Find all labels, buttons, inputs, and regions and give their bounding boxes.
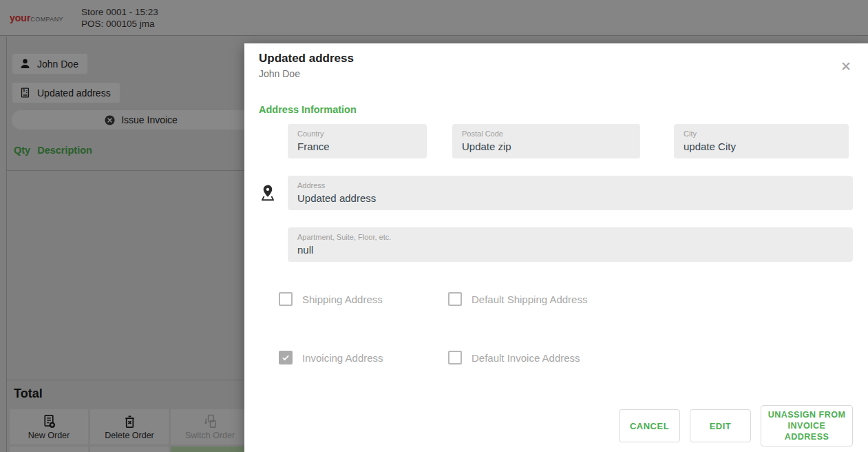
address-fields-row: Country France Postal Code Update zip Ci… [288,124,853,158]
close-icon[interactable]: ✕ [838,59,854,75]
address-value: Updated address [297,192,843,204]
postal-code-value: Update zip [462,141,631,152]
invoicing-address-checkbox-item: Invoicing Address [279,351,448,364]
modal-subtitle: John Doe [259,68,853,79]
postal-code-field[interactable]: Postal Code Update zip [452,124,640,158]
section-title: Address Information [259,104,853,115]
apartment-label: Apartment, Suite, Floor, etc. [297,233,843,241]
default-shipping-address-label: Default Shipping Address [472,294,587,305]
shipping-checkbox-row: Shipping Address Default Shipping Addres… [279,292,853,306]
modal-actions: CANCEL EDIT UNASSIGN FROM INVOICE ADDRES… [259,405,853,446]
city-value: update City [684,141,839,152]
address-field[interactable]: Address Updated address [288,176,853,210]
city-field[interactable]: City update City [674,124,849,158]
unassign-from-invoice-address-button[interactable]: UNASSIGN FROM INVOICE ADDRESS [761,405,853,446]
city-label: City [684,130,839,138]
address-modal: Updated address John Doe ✕ Address Infor… [244,43,868,452]
apartment-value: null [297,244,843,256]
country-field[interactable]: Country France [288,124,427,158]
address-row: Address Updated address [259,176,853,210]
default-shipping-checkbox-item: Default Shipping Address [448,292,587,306]
apartment-field[interactable]: Apartment, Suite, Floor, etc. null [288,227,853,262]
pin-drop-icon [259,184,288,202]
cancel-button[interactable]: CANCEL [619,409,680,442]
invoicing-checkbox-row: Invoicing Address Default Invoice Addres… [279,351,853,364]
invoicing-address-label: Invoicing Address [302,352,448,364]
shipping-address-checkbox[interactable] [279,292,293,306]
apartment-row: Apartment, Suite, Floor, etc. null [288,227,853,262]
shipping-address-label: Shipping Address [302,294,448,305]
modal-title: Updated address [259,52,853,65]
postal-code-label: Postal Code [462,130,631,138]
default-shipping-address-checkbox[interactable] [448,292,462,306]
country-value: France [297,141,417,152]
default-invoice-checkbox-item: Default Invoice Address [448,351,580,364]
default-invoice-address-label: Default Invoice Address [472,352,580,364]
shipping-address-checkbox-item: Shipping Address [279,292,448,306]
default-invoice-address-checkbox[interactable] [448,351,462,364]
address-label: Address [297,181,843,189]
edit-button[interactable]: EDIT [690,409,751,442]
country-label: Country [297,130,417,138]
invoicing-address-checkbox[interactable] [279,351,293,364]
